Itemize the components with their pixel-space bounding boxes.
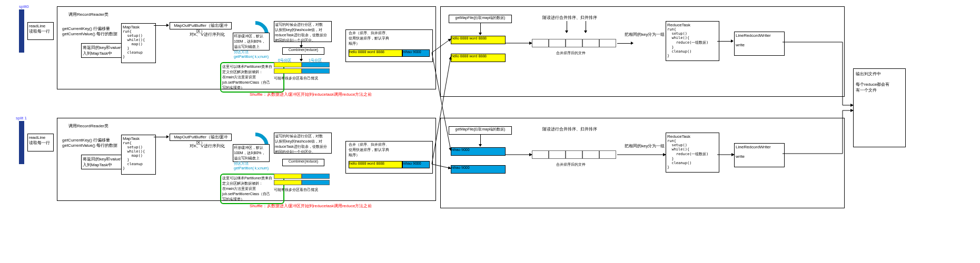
split1-bar [19,121,24,164]
arrow [586,21,586,33]
getcurrent-0: getCurrentKey() 行偏移量getCurrentValue() 每行… [62,26,117,37]
arrow [301,55,302,61]
output-box: 输出到文件中每个reduce都会有 有一个文件 [853,68,906,147]
partnote-0: 可能有很多分区看自己情况 [274,76,318,81]
arrow [301,41,302,47]
merge-title-1: 合并（排序、归并排序、使用快速排序，默认字典顺序） [349,142,390,158]
shuffle-0: Shuffle：从数据进入缓冲区开始到reducetask调用reduce方法之… [250,92,372,97]
arrow [567,21,567,33]
partmethod-0: 分区方法getPartition( k,v,num) [234,49,269,58]
diskmerge-1: 随读进行合并排序、归并排序 [542,126,597,132]
merge-row-1a: hello 8888 word 8888 [349,161,402,168]
mapoutbuffer-0: MapOutPutBuffer（输出缓冲区） [170,22,232,29]
combiner-0: Combiner(reduce) [282,47,324,55]
arrow [617,43,633,44]
recordreader-0: 调用RecordReader类 [68,12,108,17]
merge-row-0b: nihao 9000 [402,49,430,57]
groupkey-0: 把相同的key分为一组 [625,32,665,37]
pulled-0b: hello 8888 word 8888 [451,54,506,62]
linewriter-0: LineRedcordWriterwrite [734,32,785,56]
ring-desc-0: 环形缓冲区，默认100M，达到80%，溢出写到磁盘上 [233,33,270,50]
serialize-1: 对K、V进行序列化 [190,143,225,149]
readline-1: readLine读取每一行 [27,134,54,151]
split0-label: split0 [19,4,29,9]
readline-0: readLine读取每一行 [27,22,54,40]
p0-0: 0号分区 [278,58,291,63]
pulled-1a: nihao 9000 [451,147,506,156]
p1-0: 1号分区 [309,58,322,63]
mergedfile-1: 合并排序后的文件 [556,162,586,167]
writepart-0: 溢写的时候会进行分区，对数 认按照key的hashcode值，对 reduceT… [274,21,332,42]
partbar-1b [274,180,330,185]
serialize-0: 对K、V进行序列化 [190,32,225,37]
partbar-1 [274,174,330,179]
getcurrent-1: getCurrentKey() 行偏移量getCurrentValue() 每行… [62,138,117,148]
pulled-0a: hello 8888 word 8888 [451,36,506,44]
arrow [717,41,733,42]
maptask-1: MapTaskrun{ setup() while(){ map() } cle… [121,135,156,175]
reducetask-1: ReduceTaskrun{ setup() while(){ reduce(一… [666,133,719,173]
shuffle-1: Shuffle：从数据进入缓冲区开始到reducetask调用reduce方法之… [250,203,372,209]
merge-title-0: 合并（排序、归并排序、使用快速排序，默认字典顺序） [349,31,390,46]
partnote-1: 可能有很多分区看自己情况 [274,187,318,193]
mergedbar-1 [532,150,616,159]
mergedfile-0: 合并排序后的文件 [556,50,586,56]
ring-desc-1: 环形缓冲区，默认100M，达到80%，溢出写到磁盘上 [233,144,270,162]
diskmerge-0: 随读进行合并排序、归并排序 [542,15,597,21]
linewriter-1: LineRedcordWriterwrite [734,143,785,167]
groupkey-1: 把相同的key分为一组 [625,143,665,149]
split0-bar [19,9,24,53]
arrow [480,135,481,146]
getmapfile-0: getMapFile(拉取map端的数据) [449,15,512,23]
pulled-1b: nihao 9000 [451,165,506,174]
mapoutbuffer-1: MapOutPutBuffer（输出缓冲区） [170,134,232,141]
arrow [154,137,169,137]
merge-row-0a: hello 8888 word 8888 [349,49,402,57]
split1-label: split 1 [16,116,27,120]
partbar-0b [274,68,330,74]
arrow [480,23,481,35]
combiner-1: Combiner(reduce) [282,159,324,166]
recordreader-1: 调用RecordReader类 [68,123,108,129]
mergedbar-0 [532,39,616,47]
maptask-0: MapTaskrun{ setup() while(){ map() } cle… [121,23,156,63]
getmapfile-1: getMapFile(拉取map端的数据) [449,126,512,135]
arrow [154,25,169,26]
merge-row-1b: nihao 9000 [402,161,430,168]
partmethod-1: 分区方法getPartition( k,v,num) [234,161,269,170]
reducetask-0: ReduceTaskrun{ setup() while(){ reduce(一… [666,21,719,61]
writepart-1: 溢写的时候会进行分区，对数 认按照key的hashcode值，对 reduceT… [274,133,332,154]
